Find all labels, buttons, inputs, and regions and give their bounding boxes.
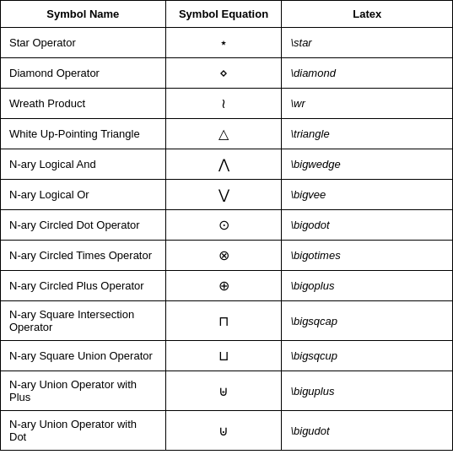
table-row: N-ary Square Union Operator⊔\bigsqcup: [1, 341, 453, 371]
cell-symbol-name: White Up-Pointing Triangle: [1, 119, 166, 149]
cell-symbol-name: N-ary Square Intersection Operator: [1, 301, 166, 341]
cell-symbol-equation: ⋆: [165, 28, 282, 58]
table-row: N-ary Circled Plus Operator⊕\bigoplus: [1, 271, 453, 301]
cell-symbol-equation: ⊍: [165, 411, 282, 451]
table-row: Diamond Operator⋄\diamond: [1, 58, 453, 89]
cell-symbol-name: N-ary Circled Dot Operator: [1, 210, 166, 241]
cell-symbol-name: N-ary Circled Plus Operator: [1, 271, 166, 301]
cell-latex: \bigwedge: [282, 149, 453, 180]
table-row: N-ary Logical And⋀\bigwedge: [1, 149, 453, 180]
table-row: N-ary Logical Or⋁\bigvee: [1, 180, 453, 210]
table-row: N-ary Circled Times Operator⊗\bigotimes: [1, 241, 453, 271]
cell-symbol-equation: ≀: [165, 89, 282, 119]
cell-latex: \bigudot: [282, 411, 453, 451]
col-header-latex: Latex: [282, 1, 453, 28]
cell-symbol-equation: ⋄: [165, 58, 282, 89]
col-header-symbol-name: Symbol Name: [1, 1, 166, 28]
cell-latex: \bigodot: [282, 210, 453, 241]
cell-latex: \bigsqcup: [282, 341, 453, 371]
cell-symbol-name: N-ary Square Union Operator: [1, 341, 166, 371]
cell-symbol-name: N-ary Logical Or: [1, 180, 166, 210]
cell-latex: \wr: [282, 89, 453, 119]
cell-symbol-name: N-ary Logical And: [1, 149, 166, 180]
cell-latex: \diamond: [282, 58, 453, 89]
cell-symbol-name: N-ary Union Operator with Plus: [1, 371, 166, 411]
cell-symbol-equation: △: [165, 119, 282, 149]
cell-symbol-equation: ⊕: [165, 271, 282, 301]
table-row: N-ary Circled Dot Operator⊙\bigodot: [1, 210, 453, 241]
cell-latex: \bigoplus: [282, 271, 453, 301]
table-row: N-ary Union Operator with Dot⊍\bigudot: [1, 411, 453, 451]
cell-latex: \star: [282, 28, 453, 58]
cell-symbol-name: N-ary Circled Times Operator: [1, 241, 166, 271]
table-row: Wreath Product≀\wr: [1, 89, 453, 119]
cell-symbol-equation: ⊎: [165, 371, 282, 411]
cell-latex: \triangle: [282, 119, 453, 149]
col-header-symbol-equation: Symbol Equation: [165, 1, 282, 28]
table-row: N-ary Union Operator with Plus⊎\biguplus: [1, 371, 453, 411]
cell-symbol-name: Star Operator: [1, 28, 166, 58]
cell-latex: \biguplus: [282, 371, 453, 411]
table-header-row: Symbol Name Symbol Equation Latex: [1, 1, 453, 28]
cell-symbol-equation: ⊗: [165, 241, 282, 271]
cell-symbol-equation: ⊙: [165, 210, 282, 241]
cell-latex: \bigotimes: [282, 241, 453, 271]
cell-symbol-equation: ⊔: [165, 341, 282, 371]
cell-latex: \bigsqcap: [282, 301, 453, 341]
cell-latex: \bigvee: [282, 180, 453, 210]
cell-symbol-name: N-ary Union Operator with Dot: [1, 411, 166, 451]
table-row: White Up-Pointing Triangle△\triangle: [1, 119, 453, 149]
cell-symbol-equation: ⊓: [165, 301, 282, 341]
cell-symbol-name: Wreath Product: [1, 89, 166, 119]
cell-symbol-name: Diamond Operator: [1, 58, 166, 89]
table-row: N-ary Square Intersection Operator⊓\bigs…: [1, 301, 453, 341]
cell-symbol-equation: ⋁: [165, 180, 282, 210]
cell-symbol-equation: ⋀: [165, 149, 282, 180]
symbols-table: Symbol Name Symbol Equation Latex Star O…: [0, 0, 453, 451]
table-row: Star Operator⋆\star: [1, 28, 453, 58]
